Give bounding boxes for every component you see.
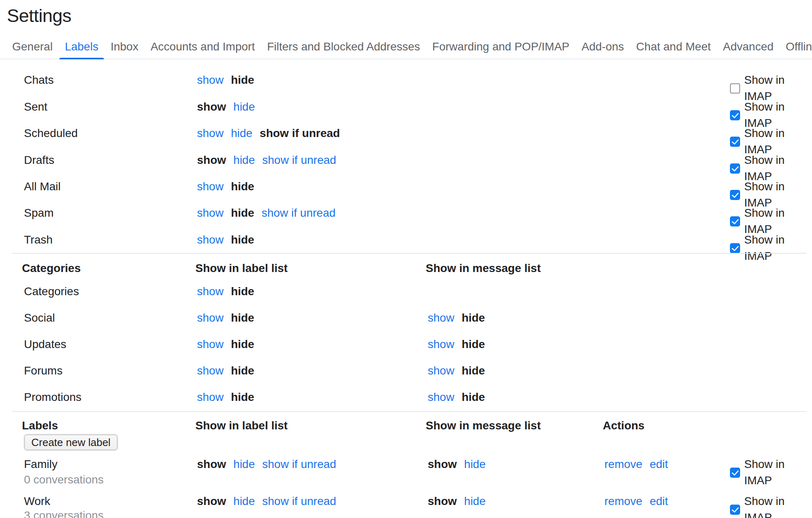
tab-inbox[interactable]: Inbox — [105, 34, 144, 59]
imap-checkbox[interactable] — [730, 163, 740, 174]
row-label: Social — [24, 310, 170, 326]
show-option-current: show — [197, 99, 226, 115]
settings-tabs: General Labels Inbox Accounts and Import… — [6, 34, 812, 59]
hide-option-current: hide — [461, 310, 485, 326]
hide-option-current: hide — [231, 205, 254, 221]
show-if-unread-link[interactable]: show if unread — [262, 152, 336, 168]
imap-checkbox[interactable] — [730, 505, 740, 515]
remove-label-link[interactable]: remove — [604, 493, 642, 509]
row-label: Forums — [24, 363, 170, 379]
imap-checkbox[interactable] — [730, 83, 740, 94]
table-row-trash: Trash show hide Show in IMAP — [0, 232, 812, 248]
row-label: Work — [24, 493, 170, 509]
hide-option-link[interactable]: hide — [234, 99, 255, 115]
show-option-link[interactable]: show — [197, 178, 223, 195]
hide-option-current: hide — [231, 178, 254, 195]
tab-accounts-and-import[interactable]: Accounts and Import — [145, 34, 261, 59]
hide-option-current: hide — [461, 363, 485, 379]
row-label: All Mail — [24, 178, 170, 195]
imap-checkbox[interactable] — [730, 137, 740, 147]
hide-option-link[interactable]: hide — [234, 493, 255, 509]
imap-checkbox[interactable] — [730, 110, 740, 120]
row-label: Categories — [24, 283, 170, 300]
table-row-family: Family show hide show if unread show hid… — [0, 456, 812, 472]
imap-label: Show in IMAP — [744, 493, 812, 518]
hide-option-link[interactable]: hide — [234, 152, 255, 168]
create-new-label-button[interactable]: Create new label — [24, 435, 117, 450]
show-in-imap-toggle[interactable]: Show in IMAP — [730, 493, 812, 518]
page-title: Settings — [7, 7, 71, 25]
show-option-link[interactable]: show — [428, 310, 454, 326]
imap-label: Show in IMAP — [744, 456, 812, 489]
labels-header-row: Labels Show in label list Show in messag… — [0, 418, 812, 434]
show-if-unread-link[interactable]: show if unread — [262, 205, 336, 221]
table-row-categories: Categories show hide — [0, 283, 812, 300]
tab-filters-and-blocked-addresses[interactable]: Filters and Blocked Addresses — [261, 34, 426, 59]
table-row-work: Work show hide show if unread show hide … — [0, 493, 812, 509]
tab-chat-and-meet[interactable]: Chat and Meet — [630, 34, 717, 59]
hide-option-current: hide — [231, 232, 254, 248]
show-in-imap-toggle[interactable]: Show in IMAP — [730, 232, 812, 264]
show-option-link[interactable]: show — [197, 125, 223, 141]
tab-advanced[interactable]: Advanced — [717, 34, 780, 59]
show-if-unread-current: show if unread — [260, 125, 340, 141]
show-option-link[interactable]: show — [197, 389, 223, 405]
hide-option-current: hide — [461, 389, 485, 405]
hide-option-current: hide — [231, 310, 254, 326]
tab-offline[interactable]: Offline — [780, 34, 812, 59]
show-option-link[interactable]: show — [197, 363, 223, 379]
edit-label-link[interactable]: edit — [650, 493, 668, 509]
table-row-spam: Spam show hide show if unread Show in IM… — [0, 205, 812, 221]
hide-option-current: hide — [231, 363, 254, 379]
show-option-link[interactable]: show — [197, 72, 223, 88]
hide-option-link[interactable]: hide — [234, 456, 255, 472]
hide-option-link[interactable]: hide — [464, 456, 486, 472]
row-label: Spam — [24, 205, 170, 221]
show-if-unread-link[interactable]: show if unread — [262, 493, 336, 509]
imap-checkbox[interactable] — [730, 190, 740, 200]
remove-label-link[interactable]: remove — [604, 456, 642, 472]
table-row-forums: Forums show hide show hide — [0, 363, 812, 379]
row-label: Promotions — [24, 389, 170, 405]
show-option-current: show — [428, 493, 457, 509]
show-option-link[interactable]: show — [428, 336, 454, 353]
table-row-updates: Updates show hide show hide — [0, 336, 812, 353]
column-header-message-list: Show in message list — [426, 418, 541, 434]
show-option-link[interactable]: show — [428, 363, 454, 379]
column-header-label-list: Show in label list — [195, 260, 288, 276]
tab-general[interactable]: General — [6, 34, 58, 59]
tab-add-ons[interactable]: Add-ons — [576, 34, 630, 59]
edit-label-link[interactable]: edit — [650, 456, 668, 472]
show-option-link[interactable]: show — [197, 232, 223, 248]
tab-labels[interactable]: Labels — [59, 34, 104, 59]
show-option-link[interactable]: show — [197, 310, 223, 326]
conversation-count: 3 conversations — [24, 507, 104, 518]
imap-label: Show in IMAP — [744, 232, 812, 264]
show-option-link[interactable]: show — [197, 205, 223, 221]
show-option-current: show — [428, 456, 457, 472]
row-label: Trash — [24, 232, 170, 248]
row-label: Sent — [24, 99, 170, 115]
conversation-count: 0 conversations — [24, 472, 104, 488]
imap-checkbox[interactable] — [730, 468, 740, 478]
table-row-all-mail: All Mail show hide Show in IMAP — [0, 178, 812, 195]
show-option-current: show — [197, 152, 226, 168]
imap-checkbox[interactable] — [730, 243, 740, 253]
table-row-promotions: Promotions show hide show hide — [0, 389, 812, 405]
column-header-actions: Actions — [603, 418, 645, 434]
hide-option-link[interactable]: hide — [231, 125, 252, 141]
hide-option-link[interactable]: hide — [464, 493, 486, 509]
settings-page: Settings General Labels Inbox Accounts a… — [0, 0, 812, 518]
show-option-link[interactable]: show — [197, 283, 223, 300]
show-option-current: show — [197, 456, 226, 472]
show-if-unread-link[interactable]: show if unread — [262, 456, 336, 472]
show-option-link[interactable]: show — [197, 336, 223, 353]
table-row-chats: Chats show hide Show in IMAP — [0, 72, 812, 88]
show-option-link[interactable]: show — [428, 389, 454, 405]
table-row-social: Social show hide show hide — [0, 310, 812, 326]
row-label: Chats — [24, 72, 170, 88]
show-in-imap-toggle[interactable]: Show in IMAP — [730, 456, 812, 489]
imap-checkbox[interactable] — [730, 216, 740, 226]
row-label: Family — [24, 456, 170, 472]
tab-forwarding-and-pop-imap[interactable]: Forwarding and POP/IMAP — [427, 34, 575, 59]
